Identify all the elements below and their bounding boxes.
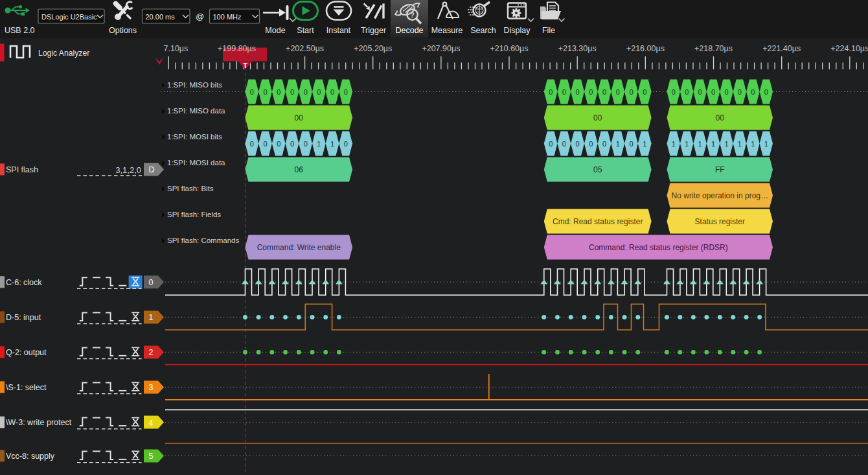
svg-text:0: 0 (562, 140, 566, 148)
svg-text:0: 0 (317, 88, 321, 96)
svg-text:1: 1 (724, 140, 728, 148)
svg-text:1: 1 (698, 140, 702, 148)
svg-text:0: 0 (738, 88, 742, 96)
svg-text:1: 1 (330, 140, 334, 148)
svg-text:0: 0 (304, 88, 308, 96)
svg-text:0: 0 (277, 88, 280, 96)
svg-text:Search: Search (470, 26, 496, 35)
svg-text:1:SPI: MISO bits: 1:SPI: MISO bits (167, 81, 222, 89)
svg-text:0: 0 (685, 88, 689, 96)
svg-text:+205.20µs: +205.20µs (354, 44, 392, 53)
svg-text:00: 00 (295, 113, 304, 122)
svg-text:1:SPI: MOSI data: 1:SPI: MOSI data (167, 159, 225, 167)
svg-text:0: 0 (629, 88, 633, 96)
svg-text:+213.30µs: +213.30µs (558, 44, 597, 53)
svg-text:0: 0 (149, 278, 154, 287)
svg-text:0: 0 (330, 88, 334, 96)
svg-text:SPI flash: Fields: SPI flash: Fields (167, 211, 221, 218)
svg-text:Status register: Status register (695, 217, 745, 226)
svg-text:1: 1 (149, 313, 154, 322)
svg-text:+202.50µs: +202.50µs (286, 44, 324, 53)
svg-text:+199.80µs: +199.80µs (218, 44, 256, 53)
svg-text:0: 0 (698, 88, 702, 96)
svg-text:1: 1 (711, 140, 715, 148)
svg-text:1: 1 (738, 140, 742, 148)
svg-text:Trigger: Trigger (361, 26, 386, 35)
svg-text:Start: Start (297, 26, 314, 35)
svg-text:C-6: clock: C-6: clock (6, 278, 42, 287)
svg-text:0: 0 (724, 88, 728, 96)
svg-text:T: T (243, 62, 247, 69)
svg-text:Logic Analyzer: Logic Analyzer (38, 49, 89, 58)
svg-text:20.00 ms: 20.00 ms (146, 13, 176, 21)
svg-text:0: 0 (562, 88, 566, 96)
svg-text:0: 0 (576, 88, 580, 96)
svg-text:+210.60µs: +210.60µs (490, 44, 529, 53)
svg-text:0: 0 (549, 88, 553, 96)
svg-text:\S-1: select: \S-1: select (6, 383, 47, 392)
svg-text:0: 0 (589, 140, 593, 148)
svg-text:Display: Display (504, 26, 531, 35)
svg-text:SPI flash: Commands: SPI flash: Commands (167, 237, 239, 244)
svg-text:1: 1 (643, 140, 646, 148)
svg-text:DSLogic U2Basic: DSLogic U2Basic (41, 13, 97, 21)
svg-text:0: 0 (602, 88, 606, 96)
svg-text:No write operation in prog…: No write operation in prog… (672, 191, 768, 200)
svg-text:Mode: Mode (265, 26, 285, 35)
svg-text:Measure: Measure (431, 26, 463, 35)
svg-text:0: 0 (290, 88, 294, 96)
svg-text:+218.70µs: +218.70µs (694, 44, 733, 53)
svg-text:1: 1 (317, 140, 321, 148)
svg-text:D: D (148, 165, 154, 174)
svg-text:0: 0 (549, 140, 553, 148)
svg-text:FF: FF (715, 165, 725, 174)
svg-text:0: 0 (250, 88, 254, 96)
svg-text:0: 0 (629, 140, 633, 148)
svg-text:0: 0 (643, 88, 646, 96)
svg-text:05: 05 (593, 165, 602, 174)
svg-text:1: 1 (751, 140, 755, 148)
svg-text:USB 2.0: USB 2.0 (5, 26, 35, 35)
svg-text:0: 0 (264, 88, 268, 96)
svg-text:4: 4 (149, 419, 154, 428)
svg-text:7.10µs: 7.10µs (164, 44, 188, 53)
svg-text:2: 2 (149, 348, 154, 357)
svg-text:File: File (542, 26, 555, 35)
svg-text:+207.90µs: +207.90µs (422, 44, 460, 53)
svg-text:0: 0 (277, 140, 280, 148)
svg-text:\W-3: write protect: \W-3: write protect (6, 418, 72, 427)
svg-text:1:SPI: MISO data: 1:SPI: MISO data (167, 107, 225, 115)
svg-text:3,1,2,0: 3,1,2,0 (115, 165, 141, 175)
svg-text:3: 3 (149, 383, 154, 392)
svg-text:0: 0 (751, 88, 755, 96)
svg-text:Q-2: output: Q-2: output (6, 348, 47, 357)
svg-text:0: 0 (602, 140, 606, 148)
svg-text:00: 00 (716, 113, 725, 122)
svg-text:0: 0 (576, 140, 580, 148)
svg-text:Vcc-8: supply: Vcc-8: supply (6, 452, 55, 461)
svg-text:0: 0 (344, 140, 348, 148)
svg-text:0: 0 (264, 140, 268, 148)
svg-text:Decode: Decode (395, 26, 423, 35)
svg-text:1: 1 (685, 140, 689, 148)
svg-text:+221.40µs: +221.40µs (762, 44, 801, 53)
svg-text:0: 0 (290, 140, 294, 148)
svg-text:0: 0 (711, 88, 715, 96)
svg-text:1: 1 (764, 140, 768, 148)
svg-text:Options: Options (109, 26, 137, 35)
svg-text:D-5: input: D-5: input (6, 313, 41, 322)
svg-text:?: ? (410, 11, 414, 19)
svg-text:1: 1 (672, 140, 676, 148)
svg-text:100 MHz: 100 MHz (213, 13, 242, 21)
svg-text:0: 0 (616, 88, 620, 96)
svg-text:Command: Write enable: Command: Write enable (257, 243, 341, 252)
svg-text:Command: Read status register: Command: Read status register (RDSR) (589, 243, 728, 252)
svg-text:0: 0 (304, 140, 308, 148)
svg-text:Cmd: Read status register: Cmd: Read status register (553, 217, 643, 226)
svg-text:0: 0 (672, 88, 676, 96)
svg-text:SPI flash: SPI flash (6, 165, 38, 174)
svg-text:Instant: Instant (326, 26, 351, 35)
svg-text:1: 1 (616, 140, 620, 148)
svg-text:0: 0 (589, 88, 593, 96)
svg-text:+224.10µs: +224.10µs (830, 44, 868, 53)
